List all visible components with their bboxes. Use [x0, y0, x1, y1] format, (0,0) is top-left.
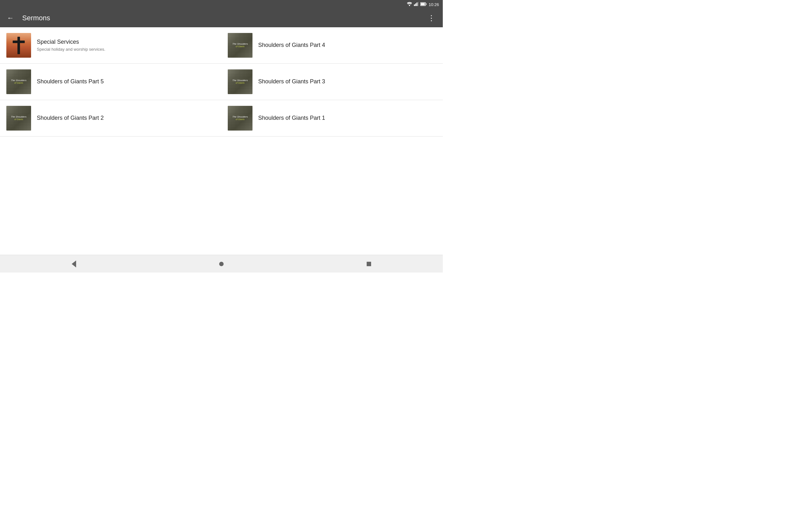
svg-rect-2	[415, 3, 416, 6]
svg-rect-6	[426, 3, 426, 5]
svg-rect-8	[17, 37, 20, 54]
svg-rect-3	[416, 3, 417, 6]
list-item[interactable]: The Shoulders of Giants Shoulders of Gia…	[221, 64, 443, 100]
list-item[interactable]: Special Services Special holiday and wor…	[0, 27, 221, 64]
app-bar-title: Sermons	[22, 14, 50, 22]
shoulders-part3-title: Shoulders of Giants Part 3	[258, 78, 437, 85]
svg-rect-4	[418, 2, 418, 6]
status-icons: 10:26	[407, 2, 439, 7]
home-nav-icon	[219, 262, 223, 266]
battery-icon	[420, 2, 426, 7]
shoulders-part5-thumbnail: The Shoulders of Giants	[6, 69, 31, 94]
app-bar-left: ← Sermons	[5, 12, 50, 24]
nav-back-button[interactable]	[59, 257, 89, 271]
shoulders-part2-info: Shoulders of Giants Part 2	[37, 114, 215, 122]
shoulders-part3-thumbnail: The Shoulders of Giants	[228, 69, 252, 94]
svg-rect-9	[13, 41, 25, 43]
nav-home-button[interactable]	[206, 259, 236, 269]
special-services-info: Special Services Special holiday and wor…	[37, 38, 215, 53]
nav-recent-button[interactable]	[354, 259, 384, 269]
app-bar: ← Sermons ⋮	[0, 9, 443, 27]
shoulders-part4-title: Shoulders of Giants Part 4	[258, 42, 437, 49]
navigation-bar	[0, 255, 443, 273]
shoulders-part5-title: Shoulders of Giants Part 5	[37, 78, 215, 85]
shoulders-part5-info: Shoulders of Giants Part 5	[37, 78, 215, 85]
shoulders-part1-title: Shoulders of Giants Part 1	[258, 114, 437, 122]
shoulders-part1-info: Shoulders of Giants Part 1	[258, 114, 437, 122]
wifi-icon	[407, 2, 412, 7]
list-item[interactable]: The Shoulders of Giants Shoulders of Gia…	[221, 100, 443, 136]
shoulders-part2-thumbnail: The Shoulders of Giants	[6, 106, 31, 130]
status-bar: 10:26	[0, 0, 443, 9]
shoulders-part2-title: Shoulders of Giants Part 2	[37, 114, 215, 122]
special-services-subtitle: Special holiday and worship services.	[37, 47, 215, 52]
shoulders-part3-info: Shoulders of Giants Part 3	[258, 78, 437, 85]
list-item[interactable]: The Shoulders of Giants Shoulders of Gia…	[221, 27, 443, 64]
back-button[interactable]: ←	[5, 12, 16, 24]
svg-rect-7	[421, 3, 425, 5]
shoulders-part4-thumbnail: The Shoulders of Giants	[228, 33, 252, 58]
list-item[interactable]: The Shoulders of Giants Shoulders of Gia…	[0, 64, 221, 100]
back-nav-icon	[72, 261, 76, 268]
recent-nav-icon	[367, 262, 371, 266]
signal-icon	[414, 2, 418, 7]
content-grid: Special Services Special holiday and wor…	[0, 27, 443, 136]
svg-rect-1	[414, 4, 415, 6]
more-options-button[interactable]: ⋮	[426, 12, 438, 24]
shoulders-part1-thumbnail: The Shoulders of Giants	[228, 106, 252, 130]
list-item[interactable]: The Shoulders of Giants Shoulders of Gia…	[0, 100, 221, 136]
special-services-thumbnail	[6, 33, 31, 58]
shoulders-part4-info: Shoulders of Giants Part 4	[258, 42, 437, 49]
special-services-title: Special Services	[37, 38, 215, 46]
status-time: 10:26	[428, 2, 439, 7]
svg-point-0	[409, 5, 410, 6]
